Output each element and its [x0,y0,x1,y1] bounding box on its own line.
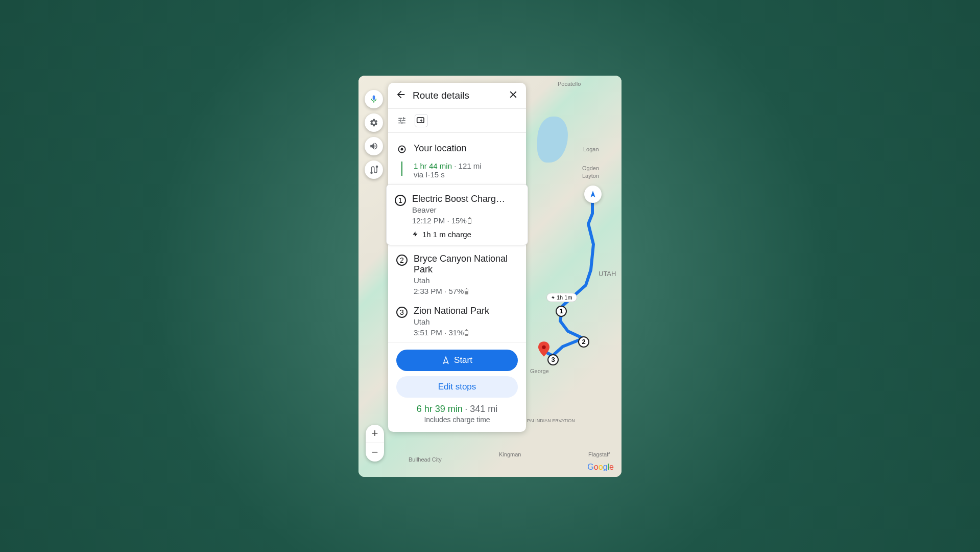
edit-stops-button[interactable]: Edit stops [396,376,518,398]
map-label: UTAH [599,270,616,278]
map-pin-1[interactable]: 1 [556,306,567,317]
stop-1-title: Electric Boost Charg… [412,194,519,204]
battery-icon [468,218,471,224]
panel-header: Route details [388,83,526,109]
stop-marker-2: 2 [396,255,408,266]
route-alt-button[interactable] [365,160,383,179]
bolt-icon [412,231,418,238]
battery-icon [465,330,468,336]
your-location-row[interactable]: Your location [388,138,526,159]
map-label: George [530,368,549,374]
svg-point-2 [376,166,378,167]
stop-marker-1: 1 [395,195,406,206]
stop-3-sub: Utah [414,317,518,326]
close-button[interactable] [508,89,519,102]
route-summary: 6 hr 39 min · 341 mi Includes charge tim… [396,404,518,424]
stop-1-meta: 12:12 PM · 15% [412,216,519,225]
leg-via: via I-15 s [414,170,482,179]
charge-text: 1h 1 m charge [422,230,471,239]
zoom-in-button[interactable]: + [366,425,384,443]
svg-point-1 [371,172,372,173]
stop-2-card[interactable]: 2 Bryce Canyon National Park Utah 2:33 P… [388,248,526,301]
stop-2-sub: Utah [414,276,518,285]
panel-title: Route details [413,90,508,101]
summary-dist: 341 mi [470,404,497,414]
stop-1-card[interactable]: 1 Electric Boost Charg… Beaver 12:12 PM … [386,184,528,245]
svg-point-5 [401,148,403,150]
stop-2-meta: 2:33 PM · 57% [414,287,518,295]
map-label: Bullhead City [409,456,442,463]
back-button[interactable] [395,89,407,102]
map-label: Layton [582,173,599,179]
panel-footer: Start Edit stops 6 hr 39 min · 341 mi In… [388,342,526,432]
destination-pin [538,341,549,359]
start-button[interactable]: Start [396,350,518,371]
map-label: Kingman [499,451,521,457]
map-pin-2[interactable]: 2 [578,336,589,348]
battery-icon [465,289,468,294]
location-icon [396,144,408,154]
settings-button[interactable] [365,113,383,132]
navigate-icon [442,356,450,364]
summary-note: Includes charge time [396,416,518,424]
device-frame: Pocatello Logan Ogden Layton UTAH George… [358,76,622,477]
map-label: Flagstaff [588,451,610,457]
leg-distance: 121 mi [459,162,482,170]
stop-2-title: Bryce Canyon National Park [414,254,518,275]
stop-marker-3: 3 [396,307,408,318]
route-toolbar [388,109,526,133]
leg-info: 1 hr 44 min · 121 mi via I-15 s [388,159,526,185]
map-label: Ogden [582,165,599,171]
summary-time: 6 hr 39 min [417,404,463,414]
charge-time-badge: 1h 1m [546,293,577,302]
ev-charging-icon[interactable] [415,114,428,127]
voice-button[interactable] [365,90,383,108]
side-controls [365,90,383,179]
leg-time: 1 hr 44 min [414,162,452,170]
map-label: Pocatello [558,81,581,87]
sound-button[interactable] [365,137,383,155]
stops-list: Your location 1 hr 44 min · 121 mi via I… [388,133,526,342]
route-options-icon[interactable] [395,114,409,127]
your-location-label: Your location [414,143,518,154]
stop-3-meta: 3:51 PM · 31% [414,328,518,337]
stop-3-card[interactable]: 3 Zion National Park Utah 3:51 PM · 31% [388,301,526,342]
google-logo: Google [587,463,614,472]
stop-1-sub: Beaver [412,205,519,214]
map-label: PAI INDIAN ERVATION [527,418,575,423]
map-label: Logan [583,146,599,152]
route-details-panel: Route details Your location [388,83,526,432]
charge-row: 1h 1 m charge [387,230,528,245]
zoom-controls: + − [366,425,384,462]
zoom-out-button[interactable]: − [366,443,384,462]
stop-3-title: Zion National Park [414,306,518,316]
current-location-marker[interactable] [584,186,602,203]
svg-point-0 [542,345,545,349]
